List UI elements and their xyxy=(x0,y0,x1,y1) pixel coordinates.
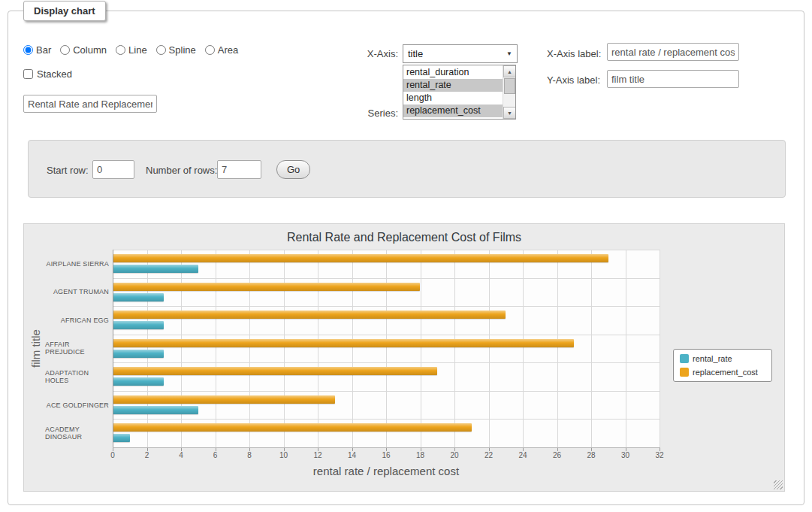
resize-handle[interactable] xyxy=(774,480,783,489)
x-axis-line xyxy=(113,447,660,448)
legend-item[interactable]: replacement_cost xyxy=(680,368,765,377)
x-axis-tick-label: 10 xyxy=(279,451,288,459)
y-axis-category-labels: AIRPLANE SIERRAAGENT TRUMANAFRICAN EGGAF… xyxy=(45,250,109,447)
plot-area xyxy=(113,250,660,447)
bar-replacement_cost[interactable] xyxy=(113,339,574,347)
gridline-vertical xyxy=(523,250,524,447)
x-axis-tick-label: 24 xyxy=(518,451,527,459)
num-rows-label: Number of rows: xyxy=(146,165,217,176)
x-axis-select[interactable]: title ▼ xyxy=(403,44,518,63)
x-axis-tick-label: 12 xyxy=(313,451,321,459)
chevron-down-icon: ▼ xyxy=(506,50,512,57)
go-button[interactable]: Go xyxy=(276,160,310,179)
y-axis-label-label: Y-Axis label: xyxy=(547,74,600,86)
bar-rental_rate[interactable] xyxy=(113,377,164,386)
x-axis-tick-label: 2 xyxy=(145,451,149,459)
y-axis-line xyxy=(113,250,113,448)
x-axis-tick-labels: 02468101214161820222426283032 xyxy=(113,451,660,462)
y-axis-category-label: ADAPTATION HOLES xyxy=(45,362,109,391)
legend-swatch xyxy=(680,368,689,377)
x-axis-tick-label: 28 xyxy=(587,451,595,459)
legend-label: replacement_cost xyxy=(693,368,758,377)
x-axis-label-input[interactable] xyxy=(607,43,739,61)
chart-title-input[interactable] xyxy=(23,95,157,113)
stacked-checkbox[interactable] xyxy=(23,69,33,79)
gridline-vertical xyxy=(557,250,558,447)
listbox-scrollbar[interactable]: ▲ ▼ xyxy=(503,65,515,119)
y-axis-label-input[interactable] xyxy=(607,70,739,88)
chart-type-radio-bar[interactable]: Bar xyxy=(23,44,51,56)
chart-type-radio-column[interactable]: Column xyxy=(60,44,107,56)
bar-rental_rate[interactable] xyxy=(113,406,198,414)
x-axis-tick-label: 20 xyxy=(450,451,458,459)
y-axis-category-label: AFRICAN EGG xyxy=(45,306,109,335)
gridline-vertical xyxy=(318,250,318,447)
legend-item[interactable]: rental_rate xyxy=(680,354,765,363)
bar-rental_rate[interactable] xyxy=(113,434,130,442)
bar-rental_rate[interactable] xyxy=(113,350,164,358)
x-axis-tick-label: 14 xyxy=(348,451,356,459)
series-option-rental_duration[interactable]: rental_duration xyxy=(403,66,503,79)
gridline-vertical xyxy=(386,250,387,447)
chart-type-label-spline: Spline xyxy=(169,44,196,56)
gridline-vertical xyxy=(181,250,182,447)
x-axis-tick-label: 32 xyxy=(655,451,663,459)
legend-label: rental_rate xyxy=(693,354,732,363)
stacked-checkbox-row[interactable]: Stacked xyxy=(23,68,72,80)
x-axis-tick-label: 6 xyxy=(213,451,218,459)
scrollbar-thumb[interactable] xyxy=(504,78,515,94)
series-select-label: Series: xyxy=(337,108,398,119)
row-controls-panel: Start row: Number of rows: Go xyxy=(28,140,786,198)
bar-rental_rate[interactable] xyxy=(113,321,164,329)
page: Display chart Bar Column Line Spline Are… xyxy=(0,0,812,512)
stacked-label: Stacked xyxy=(37,68,72,80)
gridline-vertical xyxy=(421,250,421,447)
series-option-list: rental_durationrental_ratelengthreplacem… xyxy=(403,66,503,119)
bar-replacement_cost[interactable] xyxy=(113,395,335,404)
gridline-vertical xyxy=(216,250,216,447)
x-axis-tick-label: 26 xyxy=(553,451,561,459)
gridline-vertical xyxy=(591,250,592,447)
chart-type-radio-line[interactable]: Line xyxy=(116,44,147,56)
start-row-input[interactable] xyxy=(92,160,134,179)
gridline-vertical xyxy=(454,250,455,447)
bar-replacement_cost[interactable] xyxy=(113,423,472,432)
gridline-vertical xyxy=(249,250,250,447)
scroll-up-icon[interactable]: ▲ xyxy=(503,65,516,77)
chart-type-radio-input-line[interactable] xyxy=(116,45,125,55)
panel-legend: Display chart xyxy=(23,1,106,21)
bar-rental_rate[interactable] xyxy=(113,265,198,273)
chart-type-label-area: Area xyxy=(218,44,238,56)
chart-type-label-bar: Bar xyxy=(36,44,51,56)
gridline-vertical xyxy=(284,250,285,447)
x-axis-tick-label: 18 xyxy=(416,451,424,459)
chart-type-radio-input-spline[interactable] xyxy=(156,45,166,55)
x-axis-title: rental rate / replacement cost xyxy=(113,465,660,477)
series-option-rental_rate[interactable]: rental_rate xyxy=(403,79,503,92)
chart-type-radio-input-column[interactable] xyxy=(60,45,70,55)
gridline-vertical xyxy=(626,250,626,447)
gridline-vertical xyxy=(660,250,660,447)
x-axis-tick-label: 22 xyxy=(484,451,493,459)
bar-replacement_cost[interactable] xyxy=(113,254,608,262)
gridline-vertical xyxy=(147,250,148,447)
bar-replacement_cost[interactable] xyxy=(113,367,437,375)
bar-replacement_cost[interactable] xyxy=(113,283,420,291)
num-rows-input[interactable] xyxy=(217,160,261,179)
series-listbox[interactable]: rental_durationrental_ratelengthreplacem… xyxy=(403,65,516,120)
chart-type-radio-area[interactable]: Area xyxy=(205,44,238,56)
bar-rental_rate[interactable] xyxy=(113,293,164,301)
chart-type-radio-input-area[interactable] xyxy=(205,45,215,55)
scroll-down-icon[interactable]: ▼ xyxy=(503,107,516,119)
chart-type-radio-spline[interactable]: Spline xyxy=(156,44,196,56)
series-option-length[interactable]: length xyxy=(403,92,503,105)
x-axis-tick-label: 16 xyxy=(382,451,390,459)
chart-type-radio-input-bar[interactable] xyxy=(23,45,33,55)
legend-swatch xyxy=(680,354,689,363)
x-axis-tick-label: 4 xyxy=(179,451,183,459)
bar-replacement_cost[interactable] xyxy=(113,311,506,319)
x-axis-tick-label: 8 xyxy=(247,451,252,459)
series-option-replacement_cost[interactable]: replacement_cost xyxy=(403,105,503,117)
display-chart-panel: Display chart Bar Column Line Spline Are… xyxy=(8,11,804,505)
y-axis-category-label: AIRPLANE SIERRA xyxy=(45,250,109,278)
